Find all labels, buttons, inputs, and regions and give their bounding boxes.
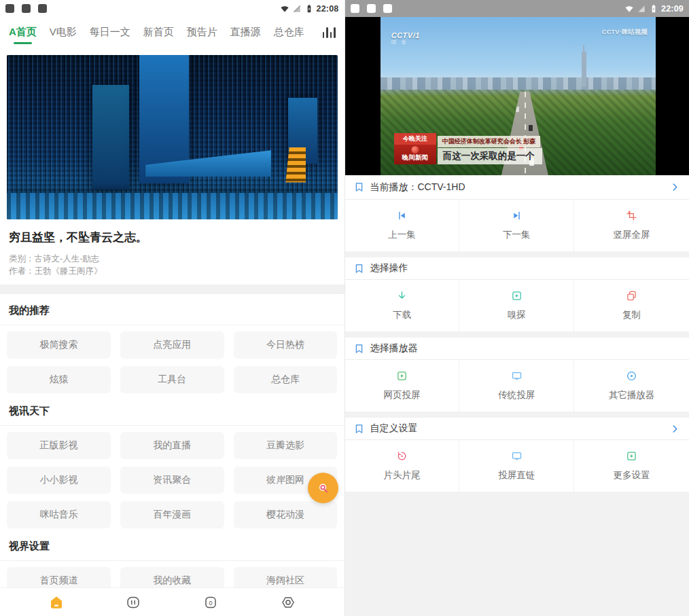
cell-label: 复制 bbox=[622, 309, 641, 321]
equalizer-icon[interactable] bbox=[323, 26, 336, 38]
button-news-aggregate[interactable]: 资讯聚合 bbox=[120, 467, 224, 494]
section-title: 视讯天下 bbox=[9, 405, 336, 418]
zero-badge-icon: 0 bbox=[202, 594, 219, 611]
now-playing-label: 当前播放：CCTV-1HD bbox=[370, 181, 465, 194]
tab-warehouse[interactable]: 总仓库 bbox=[274, 26, 304, 39]
tab-home-a[interactable]: A首页 bbox=[9, 26, 37, 39]
nav-settings-button[interactable] bbox=[279, 594, 297, 611]
wifi-icon bbox=[624, 4, 634, 14]
button-light-apps[interactable]: 点亮应用 bbox=[120, 331, 224, 359]
web-cast-button[interactable]: 网页投屏 bbox=[345, 360, 460, 412]
button-minimal-search[interactable]: 极简搜索 bbox=[7, 331, 111, 359]
button-migu-music[interactable]: 咪咕音乐 bbox=[7, 501, 111, 528]
notification-icon bbox=[22, 4, 31, 13]
section-spacer bbox=[345, 331, 689, 338]
sniff-button[interactable]: 嗅探 bbox=[459, 280, 574, 331]
custom-settings-header[interactable]: 自定义设置 bbox=[345, 418, 689, 440]
choose-player-header: 选择播放器 bbox=[345, 338, 689, 360]
banner-headline: 中国经济体制改革研究会会长 彭森 bbox=[438, 136, 541, 147]
classic-cast-button[interactable]: 传统投屏 bbox=[459, 360, 574, 412]
section-my-recommendations: 我的推荐 极简搜索 点亮应用 今日热榜 炫猿 工具台 总仓库 bbox=[0, 304, 344, 395]
skyscraper bbox=[582, 52, 586, 86]
search-fab[interactable] bbox=[308, 473, 338, 503]
button-xuanyuan[interactable]: 炫猿 bbox=[7, 366, 111, 393]
sniff-play-icon bbox=[511, 290, 523, 302]
bottom-navigation: 0 bbox=[0, 587, 344, 616]
button-licensed-video[interactable]: 正版影视 bbox=[7, 432, 111, 459]
signal-off-icon bbox=[292, 4, 302, 14]
tab-movies-v[interactable]: V电影 bbox=[50, 26, 77, 39]
playback-controls: 上一集 下一集 竖屏全屏 bbox=[345, 200, 689, 251]
pause-icon bbox=[125, 594, 141, 611]
tab-trailers[interactable]: 预告片 bbox=[187, 26, 217, 39]
video-content: CCTV/1 综 合 CCTV·咪咕视频 今晚关注 晚间新闻 中国经济体制改革研… bbox=[381, 17, 656, 175]
bookmark-icon bbox=[354, 182, 364, 192]
section-title: 视界设置 bbox=[9, 540, 336, 553]
button-toolbox[interactable]: 工具台 bbox=[120, 366, 224, 393]
screen-cast-icon bbox=[511, 370, 523, 382]
city-skyline bbox=[381, 77, 656, 90]
group-title: 选择操作 bbox=[370, 262, 408, 274]
cell-label: 嗅探 bbox=[508, 309, 526, 321]
copy-button[interactable]: 复制 bbox=[574, 280, 689, 331]
daily-quote-title: 穷且益坚，不坠青云之志。 bbox=[9, 230, 336, 245]
cell-label: 网页投屏 bbox=[383, 389, 420, 401]
settings-hex-icon bbox=[280, 594, 296, 611]
notification-icon bbox=[38, 4, 47, 13]
button-sakura-anime[interactable]: 樱花动漫 bbox=[234, 501, 338, 528]
bookmark-icon bbox=[354, 344, 364, 354]
button-today-hot[interactable]: 今日热榜 bbox=[234, 331, 338, 359]
section-spacer bbox=[345, 412, 689, 418]
choose-action-header: 选择操作 bbox=[345, 257, 689, 280]
now-playing-row[interactable]: 当前播放：CCTV-1HD bbox=[345, 175, 689, 200]
bookmark-icon bbox=[354, 264, 364, 274]
section-spacer bbox=[0, 285, 344, 294]
cell-label: 投屏直链 bbox=[498, 469, 535, 482]
tab-new-home[interactable]: 新首页 bbox=[143, 26, 174, 39]
button-douban-picks[interactable]: 豆瓣选影 bbox=[234, 432, 338, 459]
home-icon bbox=[48, 594, 65, 611]
video-player[interactable]: CCTV/1 综 合 CCTV·咪咕视频 今晚关注 晚间新闻 中国经济体制改革研… bbox=[345, 17, 689, 175]
notification-icon bbox=[383, 4, 392, 13]
cast-link-button[interactable]: 投屏直链 bbox=[459, 440, 574, 492]
previous-episode-button[interactable]: 上一集 bbox=[345, 200, 460, 251]
cell-label: 传统投屏 bbox=[498, 389, 535, 401]
chevron-right-icon bbox=[670, 424, 680, 434]
top-tab-bar: A首页 V电影 每日一文 新首页 预告片 直播源 总仓库 bbox=[0, 17, 344, 47]
skip-next-icon bbox=[511, 210, 523, 221]
button-my-live[interactable]: 我的直播 bbox=[120, 432, 224, 459]
tab-daily-article[interactable]: 每日一文 bbox=[90, 26, 130, 39]
group-title: 选择播放器 bbox=[370, 342, 418, 355]
external-player-icon bbox=[626, 370, 637, 382]
search-icon bbox=[316, 481, 331, 496]
other-player-button[interactable]: 其它播放器 bbox=[574, 360, 689, 412]
section-video-world: 视讯天下 正版影视 我的直播 豆瓣选影 小小影视 资讯聚合 彼岸图网 咪咕音乐 … bbox=[0, 405, 344, 530]
download-icon bbox=[396, 290, 408, 302]
signal-off-icon bbox=[637, 4, 646, 14]
more-settings-play-icon bbox=[626, 450, 637, 462]
nav-home-button[interactable] bbox=[48, 594, 65, 611]
battery-charging-icon bbox=[649, 4, 658, 14]
skip-intro-refresh-icon bbox=[396, 450, 408, 462]
portrait-fullscreen-button[interactable]: 竖屏全屏 bbox=[574, 200, 689, 251]
button-warehouse[interactable]: 总仓库 bbox=[234, 366, 338, 393]
daily-quote-meta: 类别：古诗文-人生-励志 作者：王勃《滕王阁序》 bbox=[9, 253, 336, 277]
intro-outro-button[interactable]: 片头片尾 bbox=[345, 440, 460, 492]
button-xiaoxiao-video[interactable]: 小小影视 bbox=[7, 467, 111, 494]
channel-logo: CCTV/1 综 合 bbox=[391, 31, 420, 45]
cell-label: 更多设置 bbox=[614, 469, 650, 482]
nav-downloads-button[interactable]: 0 bbox=[202, 594, 219, 611]
crop-rotate-icon bbox=[626, 210, 637, 221]
download-button[interactable]: 下载 bbox=[345, 280, 460, 331]
notification-icon bbox=[351, 4, 359, 13]
banner-subtitle: 而这一次采取的是一个 bbox=[438, 148, 542, 164]
nav-pause-button[interactable] bbox=[124, 594, 142, 611]
next-episode-button[interactable]: 下一集 bbox=[459, 200, 574, 251]
daily-article-hero-image[interactable] bbox=[7, 55, 338, 219]
skip-previous-icon bbox=[396, 210, 408, 221]
button-century-comics[interactable]: 百年漫画 bbox=[120, 501, 224, 528]
screen-cast-icon bbox=[511, 450, 523, 462]
more-settings-button[interactable]: 更多设置 bbox=[574, 440, 689, 492]
tab-live-sources[interactable]: 直播源 bbox=[230, 26, 261, 39]
status-bar: 22:08 bbox=[0, 0, 344, 17]
